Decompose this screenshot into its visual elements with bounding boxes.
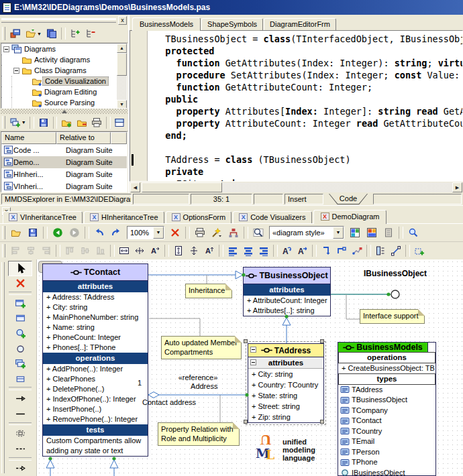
member-item[interactable]: + Name: string	[43, 322, 148, 333]
member-item[interactable]: + RemovePhone(..): Integer	[43, 414, 148, 424]
code-tab-label[interactable]: Code	[329, 194, 367, 204]
code-view[interactable]: TBusinessObject = class(TInterfacedObjec…	[130, 30, 463, 182]
print-button[interactable]	[89, 115, 103, 129]
tree-item-diagrams[interactable]: Diagrams	[1, 44, 127, 54]
tree-expand-button[interactable]	[68, 27, 83, 41]
selection-handle[interactable]	[320, 339, 324, 343]
relation-arrow-tool[interactable]	[8, 391, 32, 406]
section-attributes[interactable]: attributes	[244, 284, 330, 296]
uml-class-tcontact[interactable]: TContactattributes+ Address: TAddress+ C…	[42, 263, 148, 457]
member-item[interactable]: + Address: TAddress	[43, 292, 148, 302]
collapse-box-icon[interactable]	[250, 359, 256, 365]
member-item[interactable]: + CreateBusinessObject: TB	[338, 363, 435, 374]
member-item[interactable]: + InsertPhone(..)	[43, 404, 148, 414]
close-panel-button[interactable]: x	[118, 16, 127, 25]
section-attributes[interactable]: attributes	[43, 281, 148, 292]
uml-class-taddress[interactable]: TAddressattributes+ City: string+ Countr…	[248, 343, 324, 423]
document-tab-hinheritancetree[interactable]: XHInheritanceTree	[84, 211, 164, 223]
member-item[interactable]: + IndexOfPhone(..): Integer	[43, 394, 148, 404]
diagram-list[interactable]: Name Relative to Code ...Diagram SuiteDe…	[1, 131, 127, 192]
document-tab-optionsform[interactable]: XOptionsForm	[166, 211, 232, 223]
selection-handle[interactable]	[244, 339, 248, 343]
association-name-block[interactable]: «reference» Address	[163, 373, 233, 391]
align-right-button[interactable]	[39, 244, 54, 258]
palette-button[interactable]	[347, 225, 363, 241]
lollipop-circle-icon[interactable]	[391, 290, 399, 298]
member-item[interactable]: + AddPhone(..): Integer	[43, 364, 148, 374]
tree-item-diagram-editing[interactable]: Diagram Editing	[1, 86, 127, 97]
container-tool[interactable]	[8, 426, 32, 441]
save-all-button[interactable]	[44, 27, 59, 41]
auto-width-button[interactable]: A	[148, 244, 162, 258]
interface-tool[interactable]	[8, 341, 32, 357]
folder-export-button[interactable]	[74, 115, 89, 129]
tree-scrollbar[interactable]: ▲ ▼	[117, 44, 127, 108]
type-item[interactable]: IBusinessObject	[338, 468, 435, 476]
save-button[interactable]	[25, 225, 41, 241]
column-icon[interactable]	[111, 132, 127, 144]
object-add-tool[interactable]	[8, 356, 32, 371]
tree-list-splitter[interactable]	[1, 109, 127, 114]
conn-reroute-button[interactable]	[350, 244, 364, 258]
member-item[interactable]: Custom Compartments allow	[43, 436, 148, 446]
hscroll-thumb[interactable]	[142, 182, 222, 192]
unit-tab-diagrameditorfrm[interactable]: DiagramEditorFrm	[264, 18, 336, 30]
member-item[interactable]: + Attributes[..]: string	[244, 306, 330, 316]
page-button[interactable]	[380, 225, 397, 241]
document-tab-vinheritancetree[interactable]: XVInheritanceTree	[3, 211, 83, 223]
uml-class-businessmodels[interactable]: BusinessModelsoperations+ CreateBusiness…	[338, 342, 436, 476]
scroll-right-icon[interactable]: ▶	[452, 182, 462, 192]
section-attributes[interactable]: attributes	[248, 357, 323, 369]
type-item[interactable]: TEmail	[338, 436, 435, 447]
member-item[interactable]: + PhoneCount: Integer	[43, 333, 148, 343]
font-arrow-button[interactable]: A	[295, 244, 310, 258]
align-top-button[interactable]	[62, 244, 77, 258]
folder-add-button[interactable]	[59, 115, 73, 129]
diagram-add-button[interactable]: ▼	[8, 115, 28, 129]
dropdown-arrow-icon[interactable]: ▼	[333, 227, 344, 239]
split-button[interactable]	[113, 115, 127, 129]
member-item[interactable]: + City: string	[248, 369, 323, 379]
member-item[interactable]: + AttributeCount: Integer	[244, 296, 330, 306]
section-tests[interactable]: tests	[43, 424, 148, 436]
open-folder-button[interactable]	[8, 225, 24, 241]
column-relative-to[interactable]: Relative to	[56, 132, 111, 144]
hscroll-track[interactable]	[222, 182, 452, 192]
toolbar-grip[interactable]	[2, 244, 5, 257]
align-hcenter-button[interactable]	[23, 244, 38, 258]
dropdown-arrow-icon[interactable]: ▼	[37, 32, 42, 36]
uml-class-tbusinessobject[interactable]: TBusinessObjectattributes+ AttributeCoun…	[243, 267, 331, 316]
diagrams-tree[interactable]: ▲ ▼ DiagramsActivity diagramsClass Diagr…	[1, 43, 127, 109]
section-operations[interactable]: operations	[338, 352, 435, 363]
collapse-box-icon[interactable]	[3, 46, 9, 52]
section-operations[interactable]: operations	[43, 353, 148, 364]
note-property-relation[interactable]: Property Relation with Role and Multipli…	[158, 422, 240, 446]
member-item[interactable]: + City: string	[43, 302, 148, 312]
unit-tab-shapesymbols[interactable]: ShapeSymbols	[201, 18, 263, 30]
scrollbar-track[interactable]	[117, 76, 127, 100]
member-item[interactable]: + Country: TCountry	[248, 379, 323, 390]
dock-grip[interactable]: x	[0, 15, 128, 25]
align-vcenter-button[interactable]	[78, 244, 93, 258]
class-header[interactable]: TBusinessObject	[244, 267, 330, 284]
section-types[interactable]: types	[338, 373, 435, 385]
tree-item-code-visualization[interactable]: Code Visualization	[1, 76, 127, 86]
scatter-button[interactable]	[412, 244, 427, 258]
code-hscrollbar[interactable]: ◀ ▶	[130, 182, 463, 193]
redo-button[interactable]	[108, 225, 124, 241]
tree-item-source-parsing[interactable]: Source Parsing	[1, 97, 127, 108]
diagram-list-row[interactable]: Code ...Diagram Suite	[1, 144, 127, 156]
font-redo-button[interactable]: A	[280, 244, 295, 258]
member-item[interactable]: adding any state or text	[43, 446, 148, 456]
type-item[interactable]: TBusinessObject	[338, 395, 435, 406]
open-folder-drop-button[interactable]: ▼	[23, 27, 44, 41]
member-item[interactable]: + MainPhoneNumber: string	[43, 312, 148, 322]
dashed-line-tool[interactable]	[8, 441, 32, 457]
text-left-button[interactable]	[225, 244, 240, 258]
document-tab-demodiagram[interactable]: XDemoDiagram	[313, 210, 387, 224]
pointer-tool[interactable]	[8, 261, 32, 276]
scroll-up-icon[interactable]: ▲	[117, 44, 127, 53]
note-inheritance[interactable]: Inheritance	[185, 284, 232, 298]
dropdown-arrow-icon[interactable]: ▼	[153, 227, 164, 239]
scroll-down-icon[interactable]: ▼	[117, 100, 127, 109]
